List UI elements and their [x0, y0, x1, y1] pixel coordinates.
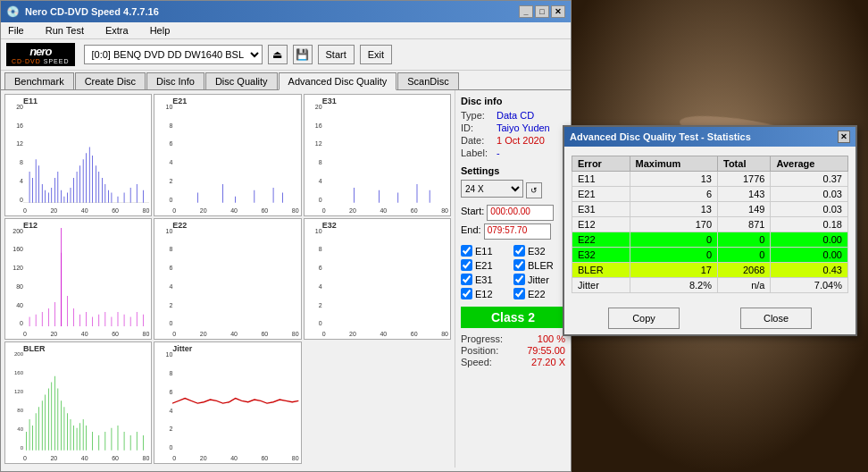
save-button[interactable]: 💾	[293, 45, 313, 64]
tab-advanced-disc-quality[interactable]: Advanced Disc Quality	[279, 72, 397, 90]
checkbox-E32-row: E32	[513, 245, 565, 257]
checkbox-BLER-label: BLER	[528, 260, 554, 271]
stats-total-E11: 1776	[718, 172, 771, 187]
stats-error-E22: E22	[572, 232, 630, 248]
type-value: Data CD	[497, 110, 534, 121]
nero-logo: nero CD·DVD SPEED	[6, 43, 75, 66]
checkbox-BLER[interactable]	[513, 259, 525, 271]
stats-average-Jitter: 7.04%	[771, 278, 848, 293]
menu-bar: File Run Test Extra Help	[1, 22, 571, 39]
progress-section: Progress: 100 % Position: 79:55.00 Speed…	[461, 333, 565, 367]
checkbox-E11-label: E11	[475, 246, 493, 257]
checkbox-E12-row: E12	[461, 288, 513, 299]
stats-total-E12: 871	[718, 217, 771, 232]
end-value: 079:57.70	[484, 223, 551, 240]
menu-extra[interactable]: Extra	[102, 24, 132, 37]
checkbox-E32[interactable]	[513, 245, 525, 257]
progress-value: 100 %	[538, 333, 565, 344]
disc-label-row: Label: -	[461, 148, 565, 158]
maximize-button[interactable]: □	[535, 5, 549, 18]
app-icon: 💿	[6, 5, 20, 18]
checkbox-E21[interactable]	[461, 259, 472, 271]
stats-maximum-E21: 6	[630, 187, 718, 202]
refresh-button[interactable]: ↺	[526, 182, 542, 198]
stats-total-E32: 0	[718, 248, 771, 263]
checkbox-E31-row: E31	[461, 274, 513, 285]
stats-table: Error Maximum Total Average E111317760.3…	[572, 156, 848, 293]
checkbox-E21-row: E21	[461, 259, 513, 271]
disc-id-row: ID: Taiyo Yuden	[461, 122, 565, 133]
graph-E22: 1086420 E22 020406080	[154, 218, 301, 341]
checkbox-E11[interactable]	[461, 245, 472, 257]
col-maximum: Maximum	[630, 156, 718, 172]
stats-error-E21: E21	[572, 187, 630, 202]
stats-error-E12: E12	[572, 217, 630, 232]
tab-disc-info[interactable]: Disc Info	[146, 72, 204, 89]
stats-maximum-E31: 13	[630, 202, 718, 217]
close-button[interactable]: ✕	[551, 5, 565, 18]
copy-button[interactable]: Copy	[608, 308, 680, 329]
checkbox-E12-label: E12	[475, 289, 493, 299]
window-title: Nero CD-DVD Speed 4.7.7.16	[25, 6, 159, 17]
stats-maximum-E11: 13	[630, 172, 718, 187]
start-label: Start:	[461, 206, 484, 216]
position-label: Position:	[461, 345, 498, 356]
graph-E12: 20016012080400 E12	[4, 218, 152, 341]
stats-window-title: Advanced Disc Quality Test - Statistics	[570, 131, 751, 142]
checkbox-E22[interactable]	[513, 288, 525, 299]
speed-value: 27.20 X	[531, 357, 565, 367]
disc-type-row: Type: Data CD	[461, 110, 565, 121]
stats-average-E32: 0.00	[771, 248, 848, 263]
exit-button[interactable]: Exit	[360, 45, 392, 64]
graphs-area: 201612840 E11	[1, 90, 455, 468]
checkbox-E31-label: E31	[475, 274, 493, 285]
stats-average-E11: 0.37	[771, 172, 848, 187]
stats-maximum-E22: 0	[630, 232, 718, 248]
id-label: ID:	[461, 122, 493, 133]
main-content: 201612840 E11	[1, 90, 571, 468]
graph-E11: 201612840 E11	[4, 94, 152, 216]
tab-disc-quality[interactable]: Disc Quality	[205, 72, 278, 89]
checkbox-Jitter-label: Jitter	[528, 274, 549, 285]
stats-error-BLER: BLER	[572, 263, 630, 278]
stats-error-E32: E32	[572, 248, 630, 263]
checkbox-E11-row: E11	[461, 245, 513, 257]
start-button[interactable]: Start	[318, 45, 355, 64]
stats-maximum-E32: 0	[630, 248, 718, 263]
tab-create-disc[interactable]: Create Disc	[75, 72, 146, 89]
drive-select[interactable]: [0:0] BENQ DVD DD DW1640 BSLB	[84, 45, 263, 64]
stats-title-bar: Advanced Disc Quality Test - Statistics …	[564, 127, 855, 147]
start-value: 000:00.00	[487, 205, 554, 221]
settings-title: Settings	[461, 165, 565, 176]
stats-buttons: Copy Close	[564, 302, 855, 334]
tab-benchmark[interactable]: Benchmark	[4, 72, 74, 89]
stats-error-E31: E31	[572, 202, 630, 217]
menu-help[interactable]: Help	[146, 24, 174, 37]
menu-run-test[interactable]: Run Test	[42, 24, 88, 37]
checkbox-E32-label: E32	[528, 246, 546, 257]
checkbox-E22-row: E22	[513, 288, 565, 299]
checkbox-BLER-row: BLER	[513, 259, 565, 271]
disc-info-title: Disc info	[461, 96, 565, 106]
checkbox-E21-label: E21	[475, 260, 493, 271]
title-bar: 💿 Nero CD-DVD Speed 4.7.7.16 _ □ ✕	[1, 1, 571, 22]
menu-file[interactable]: File	[4, 24, 28, 37]
speed-select[interactable]: 24 X	[461, 180, 523, 198]
graph-Jitter: 1086420 Jitter 020406080	[154, 341, 301, 464]
col-average: Average	[771, 156, 848, 172]
tab-scan-disc[interactable]: ScanDisc	[397, 72, 458, 89]
stats-average-E12: 0.18	[771, 217, 848, 232]
stats-window-close-icon[interactable]: ✕	[838, 131, 850, 143]
stats-total-E21: 143	[718, 187, 771, 202]
right-panel: Disc info Type: Data CD ID: Taiyo Yuden …	[455, 90, 571, 468]
checkbox-E31[interactable]	[461, 274, 472, 285]
graph-E31: 201612840 E31 020406080	[304, 94, 451, 216]
eject-button[interactable]: ⏏	[268, 45, 288, 64]
close-button-stats[interactable]: Close	[740, 308, 812, 329]
checkbox-E12[interactable]	[461, 288, 472, 299]
date-label: Date:	[461, 135, 493, 146]
minimize-button[interactable]: _	[519, 5, 533, 18]
speed-label: Speed:	[461, 357, 492, 367]
main-window: 💿 Nero CD-DVD Speed 4.7.7.16 _ □ ✕ File …	[0, 0, 572, 472]
checkbox-Jitter[interactable]	[513, 274, 525, 285]
